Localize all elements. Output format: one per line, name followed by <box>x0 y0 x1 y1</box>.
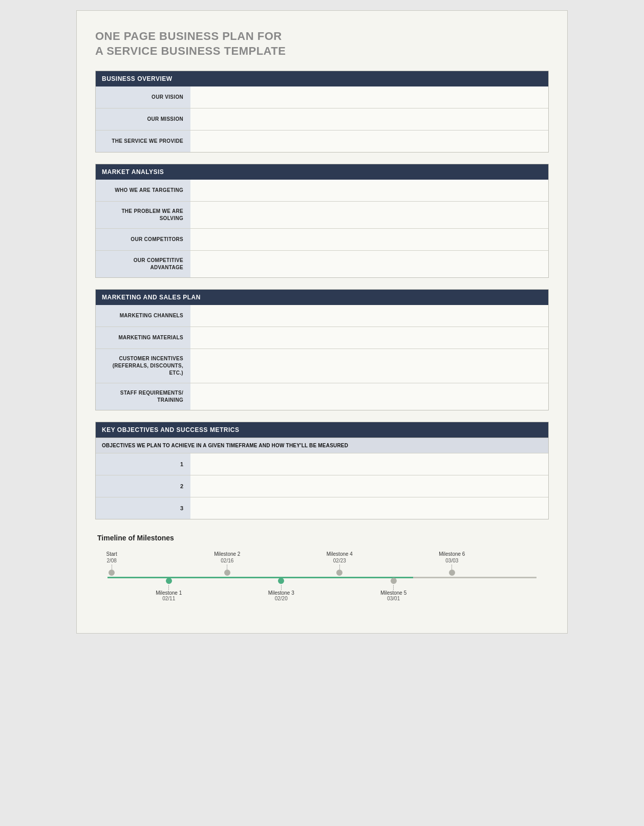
staff-requirements-content[interactable] <box>190 383 548 410</box>
table-row: OUR MISSION <box>96 108 548 130</box>
customer-incentives-content[interactable] <box>190 349 548 383</box>
milestone-dashed <box>227 564 227 570</box>
milestone-6-top: Milestone 6 03/03 <box>439 551 465 577</box>
key-objectives-body: 1 2 3 <box>96 453 548 519</box>
table-row: MARKETING MATERIALS <box>96 327 548 349</box>
problem-label: THE PROBLEM WE ARE SOLVING <box>96 202 190 228</box>
advantage-label: OUR COMPETITIVE ADVANTAGE <box>96 251 190 277</box>
obj-content-3[interactable] <box>190 497 548 519</box>
marketing-sales-section: MARKETING AND SALES PLAN MARKETING CHANN… <box>95 289 549 410</box>
obj-content-1[interactable] <box>190 453 548 475</box>
milestone-start-date: 2/08 <box>106 558 116 563</box>
milestone-start: Start 2/08 <box>106 551 117 577</box>
milestone-dashed <box>452 564 452 570</box>
milestone-2-top: Milestone 2 02/16 <box>214 551 240 577</box>
table-row: CUSTOMER INCENTIVES (REFERRALS, DISCOUNT… <box>96 349 548 383</box>
milestone-4-date: 02/23 <box>333 558 346 563</box>
milestone-dashed <box>112 564 112 570</box>
business-overview-section: BUSINESS OVERVIEW OUR VISION OUR MISSION… <box>95 71 549 153</box>
timeline-title: Timeline of Milestones <box>97 534 547 542</box>
our-mission-label: OUR MISSION <box>96 108 190 130</box>
milestone-5-bottom: Milestone 5 03/01 <box>380 578 406 601</box>
table-row: MARKETING CHANNELS <box>96 305 548 327</box>
obj-content-2[interactable] <box>190 475 548 497</box>
staff-requirements-label: STAFF REQUIREMENTS/ TRAINING <box>96 383 190 410</box>
milestone-3-date: 02/20 <box>275 596 288 601</box>
table-row: THE SERVICE WE PROVIDE <box>96 130 548 152</box>
market-analysis-section: MARKET ANALYSIS WHO WE ARE TARGETING THE… <box>95 164 549 278</box>
milestone-6-date: 03/03 <box>445 558 458 563</box>
service-provide-label: THE SERVICE WE PROVIDE <box>96 131 190 152</box>
milestone-dashed <box>339 564 340 570</box>
targeting-content[interactable] <box>190 180 548 201</box>
page: ONE PAGE BUSINESS PLAN FOR A SERVICE BUS… <box>76 10 568 634</box>
milestone-6-label: Milestone 6 <box>439 551 465 557</box>
title-line2: A SERVICE BUSINESS TEMPLATE <box>95 44 549 59</box>
marketing-sales-body: MARKETING CHANNELS MARKETING MATERIALS C… <box>96 305 548 410</box>
milestone-1-bottom: Milestone 1 02/11 <box>156 578 182 601</box>
our-vision-content[interactable] <box>190 86 548 108</box>
market-analysis-body: WHO WE ARE TARGETING THE PROBLEM WE ARE … <box>96 180 548 277</box>
milestone-1-date: 02/11 <box>162 596 175 601</box>
our-mission-content[interactable] <box>190 108 548 130</box>
table-row: STAFF REQUIREMENTS/ TRAINING <box>96 383 548 410</box>
marketing-channels-label: MARKETING CHANNELS <box>96 305 190 327</box>
advantage-content[interactable] <box>190 251 548 277</box>
business-overview-body: OUR VISION OUR MISSION THE SERVICE WE PR… <box>96 86 548 152</box>
table-row: 2 <box>96 475 548 497</box>
milestone-2-label: Milestone 2 <box>214 551 240 557</box>
table-row: OUR VISION <box>96 86 548 108</box>
milestone-4-label: Milestone 4 <box>327 551 353 557</box>
table-row: WHO WE ARE TARGETING <box>96 180 548 201</box>
marketing-materials-label: MARKETING MATERIALS <box>96 327 190 349</box>
table-row: THE PROBLEM WE ARE SOLVING <box>96 201 548 228</box>
milestone-5-dot <box>391 578 397 584</box>
market-analysis-header: MARKET ANALYSIS <box>96 164 548 180</box>
milestone-1-dot <box>166 578 172 584</box>
milestone-2-date: 02/16 <box>221 558 233 563</box>
milestone-start-dot <box>109 570 115 576</box>
milestone-1-label: Milestone 1 <box>156 590 182 596</box>
milestone-3-bottom: Milestone 3 02/20 <box>268 578 294 601</box>
timeline-section: Timeline of Milestones Start 2/08 Milest… <box>95 534 549 613</box>
competitors-label: OUR COMPETITORS <box>96 229 190 250</box>
marketing-materials-content[interactable] <box>190 327 548 349</box>
marketing-sales-header: MARKETING AND SALES PLAN <box>96 290 548 305</box>
milestone-2-dot <box>224 570 230 576</box>
milestone-4-top: Milestone 4 02/23 <box>327 551 353 577</box>
competitors-content[interactable] <box>190 229 548 250</box>
obj-num-3: 3 <box>96 497 190 519</box>
milestone-5-date: 03/01 <box>387 596 400 601</box>
obj-num-2: 2 <box>96 475 190 497</box>
table-row: OUR COMPETITIVE ADVANTAGE <box>96 250 548 277</box>
business-overview-header: BUSINESS OVERVIEW <box>96 71 548 86</box>
main-title: ONE PAGE BUSINESS PLAN FOR A SERVICE BUS… <box>95 29 549 58</box>
milestone-6-dot <box>449 570 455 576</box>
milestone-4-dot <box>336 570 342 576</box>
milestone-start-label: Start <box>106 551 117 557</box>
milestone-3-dot <box>278 578 284 584</box>
service-provide-content[interactable] <box>190 131 548 152</box>
targeting-label: WHO WE ARE TARGETING <box>96 180 190 201</box>
key-objectives-section: KEY OBJECTIVES AND SUCCESS METRICS OBJEC… <box>95 422 549 519</box>
table-row: OUR COMPETITORS <box>96 228 548 250</box>
milestone-dashed <box>393 585 394 590</box>
milestone-dashed <box>281 585 282 590</box>
title-line1: ONE PAGE BUSINESS PLAN FOR <box>95 29 549 44</box>
milestone-3-label: Milestone 3 <box>268 590 294 596</box>
marketing-channels-content[interactable] <box>190 305 548 327</box>
customer-incentives-label: CUSTOMER INCENTIVES (REFERRALS, DISCOUNT… <box>96 349 190 383</box>
milestone-5-label: Milestone 5 <box>380 590 406 596</box>
table-row: 3 <box>96 497 548 519</box>
key-objectives-header: KEY OBJECTIVES AND SUCCESS METRICS <box>96 422 548 438</box>
obj-num-1: 1 <box>96 453 190 475</box>
milestone-dashed <box>168 585 169 590</box>
problem-content[interactable] <box>190 202 548 228</box>
our-vision-label: OUR VISION <box>96 86 190 108</box>
table-row: 1 <box>96 453 548 475</box>
timeline-container: Start 2/08 Milestone 2 02/16 Milestone 4… <box>97 551 547 613</box>
timeline-progress-line <box>108 577 413 578</box>
key-objectives-subheader: OBJECTIVES WE PLAN TO ACHIEVE IN A GIVEN… <box>96 438 548 453</box>
